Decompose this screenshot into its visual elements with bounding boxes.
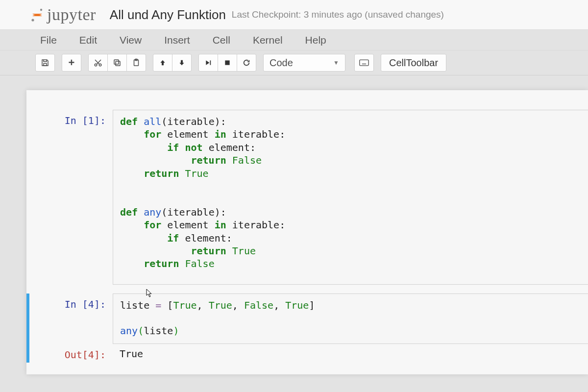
refresh-icon <box>243 59 250 67</box>
svg-rect-5 <box>116 61 120 66</box>
svg-rect-10 <box>225 60 229 65</box>
save-icon <box>41 58 49 67</box>
svg-point-4 <box>99 64 101 66</box>
paste-button[interactable] <box>126 54 146 72</box>
svg-rect-2 <box>44 64 47 66</box>
celltoolbar-button[interactable]: CellToolbar <box>381 54 446 72</box>
cut-button[interactable] <box>88 54 108 72</box>
move-up-button[interactable] <box>153 54 172 72</box>
notebook-container: In [1]: def all(iterable): for element i… <box>26 90 588 374</box>
plus-icon: + <box>69 56 75 69</box>
menu-help[interactable]: Help <box>305 34 326 46</box>
output-prompt: Out[4]: <box>29 344 113 363</box>
notebook-title[interactable]: All und Any Funktion <box>110 7 226 23</box>
celltype-dropdown[interactable]: Code ▼ <box>263 54 345 72</box>
paste-icon <box>132 58 141 67</box>
svg-point-1 <box>31 19 34 21</box>
output-row: Out[4]: True <box>26 344 588 363</box>
keyboard-icon <box>359 59 369 66</box>
run-button[interactable] <box>198 54 218 72</box>
code-editor[interactable]: def all(iterable): for element in iterab… <box>113 110 588 285</box>
code-cell[interactable]: In [4]: liste = [True, True, False, True… <box>26 294 588 344</box>
notebook-header: jupyter All und Any Funktion Last Checkp… <box>0 0 588 29</box>
checkpoint-time: 3 minutes ago <box>304 9 362 20</box>
arrow-down-icon <box>178 59 186 67</box>
menubar: File Edit View Insert Cell Kernel Help <box>0 29 588 50</box>
menu-view[interactable]: View <box>120 34 142 46</box>
arrow-up-icon <box>159 59 167 67</box>
jupyter-icon <box>30 8 44 22</box>
menu-file[interactable]: File <box>40 34 57 46</box>
run-group <box>198 54 259 72</box>
copy-icon <box>113 58 122 67</box>
jupyter-wordmark: jupyter <box>47 5 96 24</box>
menu-kernel[interactable]: Kernel <box>253 34 283 46</box>
save-button[interactable] <box>35 54 55 72</box>
add-cell-button[interactable]: + <box>62 54 81 72</box>
svg-rect-6 <box>114 60 119 64</box>
input-prompt: In [1]: <box>29 110 113 285</box>
chevron-down-icon: ▼ <box>333 59 339 66</box>
scissors-icon <box>94 58 102 67</box>
command-palette-button[interactable] <box>354 54 374 72</box>
input-prompt: In [4]: <box>29 294 113 344</box>
notebook-scroll-area[interactable]: In [1]: def all(iterable): for element i… <box>0 75 588 374</box>
svg-point-3 <box>95 64 97 66</box>
output-value: True <box>113 344 588 363</box>
checkpoint-prefix: Last Checkpoint: <box>232 9 304 20</box>
copy-button[interactable] <box>107 54 127 72</box>
menu-insert[interactable]: Insert <box>164 34 190 46</box>
edit-group <box>88 54 149 72</box>
menu-cell[interactable]: Cell <box>213 34 230 46</box>
toolbar: + <box>0 50 588 75</box>
checkpoint-status: Last Checkpoint: 3 minutes ago (unsaved … <box>232 9 444 20</box>
celltype-value: Code <box>270 57 293 69</box>
step-forward-icon <box>205 59 212 66</box>
code-cell[interactable]: In [1]: def all(iterable): for element i… <box>26 110 588 285</box>
move-down-button[interactable] <box>172 54 192 72</box>
stop-icon <box>224 59 231 66</box>
move-group <box>153 54 195 72</box>
svg-rect-9 <box>210 60 211 65</box>
interrupt-button[interactable] <box>218 54 237 72</box>
checkpoint-suffix: (unsaved changes) <box>362 9 444 20</box>
jupyter-logo[interactable]: jupyter <box>30 5 96 24</box>
svg-point-0 <box>40 9 42 11</box>
svg-rect-11 <box>360 60 368 66</box>
menu-edit[interactable]: Edit <box>79 34 97 46</box>
restart-button[interactable] <box>237 54 256 72</box>
code-editor[interactable]: liste = [True, True, False, True] any(li… <box>113 294 588 344</box>
celltoolbar-label: CellToolbar <box>389 57 438 69</box>
